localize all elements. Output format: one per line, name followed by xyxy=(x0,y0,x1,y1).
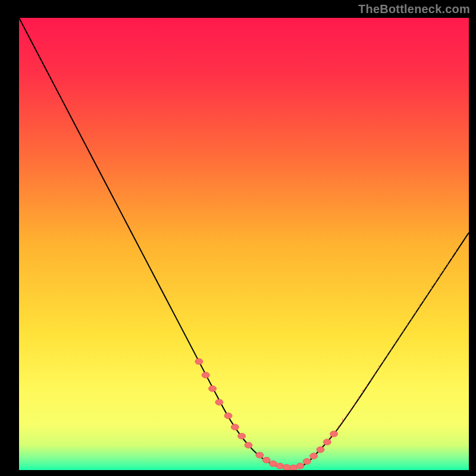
marker-point xyxy=(215,399,223,405)
marker-point xyxy=(195,359,203,365)
marker-point xyxy=(262,457,270,463)
marker-point xyxy=(296,463,304,469)
marker-point xyxy=(238,433,246,439)
marker-point xyxy=(245,442,252,448)
marker-point xyxy=(256,452,264,458)
bottleneck-chart-svg xyxy=(19,18,469,470)
marker-point xyxy=(310,453,318,459)
plot-area xyxy=(19,18,469,470)
marker-point xyxy=(209,386,217,392)
marker-point xyxy=(317,447,324,453)
watermark-text: TheBottleneck.com xyxy=(358,2,470,16)
chart-frame: TheBottleneck.com xyxy=(0,0,476,476)
marker-point xyxy=(231,424,239,430)
marker-point xyxy=(202,372,209,378)
marker-point xyxy=(330,431,338,437)
marker-point xyxy=(303,459,311,465)
marker-point xyxy=(276,463,284,469)
marker-point xyxy=(224,413,232,419)
gradient-background xyxy=(19,18,469,470)
marker-point xyxy=(323,439,331,445)
